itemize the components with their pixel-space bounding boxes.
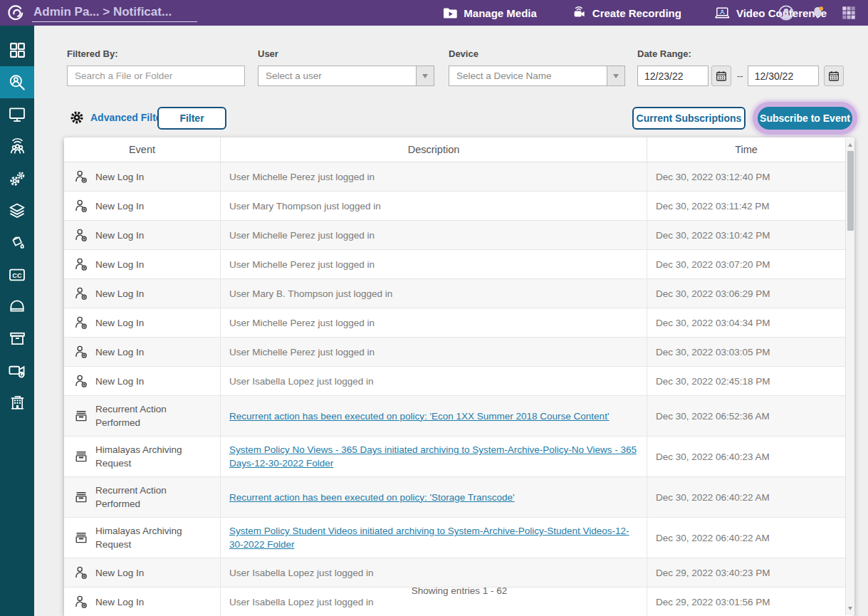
user-add-icon bbox=[73, 169, 89, 184]
showing-entries-text: Showing entries 1 - 62 bbox=[64, 585, 854, 596]
manage-media-button[interactable]: Manage Media bbox=[441, 5, 537, 21]
event-cell: New Log In bbox=[64, 308, 221, 337]
manage-media-label: Manage Media bbox=[464, 7, 537, 19]
time-cell: Dec 30, 2022 03:11:42 PM bbox=[647, 192, 845, 220]
video-conference-icon bbox=[714, 5, 731, 21]
date-to-calendar-button[interactable] bbox=[824, 66, 844, 86]
sidebar-item-campus[interactable] bbox=[0, 387, 34, 419]
user-add-icon bbox=[73, 198, 89, 214]
description-text: User Michelle Perez just logged in bbox=[229, 258, 375, 271]
event-cell: New Log In bbox=[64, 162, 221, 191]
time-text: Dec 30, 2022 06:40:22 AM bbox=[656, 531, 770, 545]
scrollbar-up-arrow-icon[interactable] bbox=[846, 140, 854, 150]
create-recording-button[interactable]: Create Recording bbox=[570, 4, 681, 21]
filter-button[interactable]: Filter bbox=[157, 107, 226, 130]
event-label: Recurrent Action Performed bbox=[95, 402, 211, 429]
description-cell: User Michelle Perez just logged in bbox=[221, 221, 647, 249]
description-link[interactable]: Recurrent action has been executed on po… bbox=[229, 409, 609, 423]
description-cell: Recurrent action has been executed on po… bbox=[221, 396, 647, 436]
time-text: Dec 30, 2022 03:04:34 PM bbox=[656, 316, 770, 330]
notifications-bell-icon[interactable] bbox=[810, 5, 826, 21]
date-from-calendar-button[interactable] bbox=[711, 66, 731, 86]
description-text: User Mary Thompson just logged in bbox=[229, 199, 381, 213]
archive-tray-icon bbox=[73, 408, 89, 424]
description-text: User Michelle Perez just logged in bbox=[229, 170, 375, 184]
time-cell: Dec 30, 2022 03:10:42 PM bbox=[647, 221, 845, 249]
subscribe-to-event-button[interactable]: Subscribe to Event bbox=[758, 107, 852, 130]
event-cell: Himalayas Archiving Request bbox=[64, 518, 221, 558]
account-icon[interactable] bbox=[778, 4, 795, 21]
search-input[interactable] bbox=[67, 66, 245, 86]
current-subscriptions-button[interactable]: Current Subscriptions bbox=[632, 107, 746, 130]
description-cell: User Mary Thompson just logged in bbox=[221, 192, 647, 220]
app-logo-icon bbox=[6, 4, 25, 22]
event-label: New Log In bbox=[95, 595, 144, 609]
sidebar-item-storage[interactable] bbox=[0, 291, 34, 323]
table-body: New Log In User Michelle Perez just logg… bbox=[64, 162, 845, 616]
time-text: Dec 30, 2022 06:40:23 AM bbox=[656, 450, 770, 464]
table-row: Recurrent Action Performed Recurrent act… bbox=[64, 396, 845, 437]
sidebar bbox=[0, 26, 34, 616]
event-cell: New Log In bbox=[64, 558, 221, 587]
table-row: New Log In User Isabella Lopez just logg… bbox=[64, 558, 845, 588]
description-cell: User Michelle Perez just logged in bbox=[221, 308, 647, 337]
time-cell: Dec 30, 2022 03:07:20 PM bbox=[647, 250, 845, 278]
time-cell: Dec 30, 2022 06:40:22 AM bbox=[647, 518, 845, 558]
event-label: New Log In bbox=[95, 316, 144, 330]
description-link[interactable]: Recurrent action has been executed on po… bbox=[229, 491, 515, 504]
sidebar-item-displays[interactable] bbox=[0, 98, 34, 130]
user-add-icon bbox=[73, 594, 89, 610]
table-row: Recurrent Action Performed Recurrent act… bbox=[64, 477, 845, 518]
table-scrollbar[interactable] bbox=[845, 138, 854, 615]
table-row: Himalayas Archiving Request System Polic… bbox=[64, 518, 845, 558]
user-select[interactable]: Select a user bbox=[258, 66, 434, 86]
time-cell: Dec 30, 2022 03:06:29 PM bbox=[647, 279, 845, 308]
apps-grid-icon[interactable] bbox=[841, 5, 857, 21]
table-row: New Log In User Mary Thompson just logge… bbox=[64, 192, 845, 221]
device-select[interactable]: Select a Device Name bbox=[449, 66, 625, 86]
description-text: User Isabella Lopez just logged in bbox=[229, 566, 374, 580]
sidebar-item-archive[interactable] bbox=[0, 323, 34, 355]
sidebar-item-user-search[interactable] bbox=[0, 66, 34, 98]
sidebar-item-live-broadcast[interactable] bbox=[0, 130, 34, 162]
date-separator: -- bbox=[737, 71, 743, 81]
scrollbar-thumb[interactable] bbox=[847, 151, 854, 231]
folder-play-icon bbox=[441, 5, 458, 21]
event-label: New Log In bbox=[95, 375, 144, 388]
date-to-input[interactable] bbox=[748, 66, 819, 86]
event-label: New Log In bbox=[95, 287, 144, 301]
scrollbar-down-arrow-icon[interactable] bbox=[846, 603, 854, 614]
event-cell: Recurrent Action Performed bbox=[64, 477, 221, 517]
user-add-icon bbox=[73, 256, 89, 272]
sidebar-item-branding[interactable] bbox=[0, 226, 34, 259]
sidebar-item-settings[interactable] bbox=[0, 162, 34, 194]
description-link[interactable]: System Policy No Views - 365 Days initia… bbox=[229, 443, 638, 470]
user-add-icon bbox=[73, 227, 89, 243]
table-row: New Log In User Michelle Perez just logg… bbox=[64, 221, 845, 250]
description-link[interactable]: System Policy Student Videos initiated a… bbox=[229, 524, 638, 551]
user-add-icon bbox=[73, 344, 89, 360]
main-content: Filtered By: User Select a user Device S… bbox=[34, 26, 868, 616]
sidebar-item-layers[interactable] bbox=[0, 194, 34, 226]
table-row: New Log In User Isabella Lopez just logg… bbox=[64, 367, 845, 396]
advanced-filter-link[interactable]: Advanced Filter bbox=[70, 110, 165, 125]
user-add-icon bbox=[73, 373, 89, 389]
description-cell: Recurrent action has been executed on po… bbox=[221, 477, 647, 517]
sidebar-item-recorder[interactable] bbox=[0, 355, 34, 387]
time-cell: Dec 30, 2022 06:40:23 AM bbox=[647, 437, 845, 476]
description-cell: User Michelle Perez just logged in bbox=[221, 162, 647, 191]
date-from-input[interactable] bbox=[637, 66, 708, 86]
description-text: User Michelle Perez just logged in bbox=[229, 345, 375, 359]
time-text: Dec 30, 2022 03:10:42 PM bbox=[656, 229, 770, 242]
user-add-icon bbox=[73, 565, 89, 580]
sidebar-item-dashboard[interactable] bbox=[0, 34, 34, 66]
time-cell: Dec 30, 2022 03:12:40 PM bbox=[647, 162, 845, 191]
recording-camera-icon bbox=[570, 4, 587, 21]
time-text: Dec 30, 2022 06:52:36 AM bbox=[656, 409, 770, 423]
breadcrumb[interactable]: Admin Pa... > Notificat... bbox=[32, 4, 197, 22]
filtered-by-label: Filtered By: bbox=[67, 48, 245, 59]
event-label: New Log In bbox=[95, 199, 144, 213]
sidebar-item-closed-captions[interactable] bbox=[0, 259, 34, 291]
monitor-icon bbox=[8, 105, 26, 124]
description-cell: User Michelle Perez just logged in bbox=[221, 338, 647, 366]
